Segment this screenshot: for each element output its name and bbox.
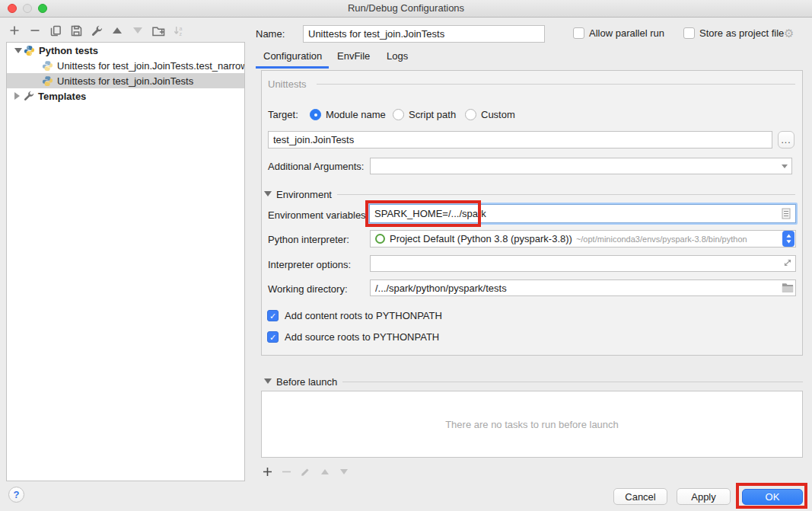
target-label: Target: [268, 109, 298, 121]
before-launch-task-list: There are no tasks to run before launch [261, 391, 803, 458]
before-launch-section-title: Before launch [276, 376, 337, 388]
browse-button[interactable]: ... [778, 131, 794, 149]
add-task-icon[interactable] [262, 466, 273, 477]
tree-item-label: Templates [38, 91, 86, 102]
gear-icon[interactable]: ⚙ [784, 27, 794, 39]
group-divider [317, 84, 795, 85]
tree-item-test-narrow[interactable]: Unittests for test_join.JoinTests.test_n… [7, 58, 244, 73]
add-icon[interactable] [8, 24, 21, 37]
move-task-down-icon [338, 466, 349, 477]
tab-configuration[interactable]: Configuration [263, 50, 322, 65]
python-interpreter-label: Python interpreter: [268, 234, 349, 246]
remove-icon[interactable] [28, 24, 42, 37]
working-directory-input[interactable] [370, 279, 796, 296]
window-title: Run/Debug Configurations [0, 2, 812, 14]
cancel-button[interactable]: Cancel [613, 488, 667, 505]
tree-item-label: Unittests for test_join.JoinTests [57, 75, 193, 87]
target-module-name-radio[interactable] [310, 109, 321, 120]
new-folder-icon[interactable] [151, 24, 165, 37]
tree-item-templates[interactable]: Templates [7, 88, 244, 104]
expand-collapse-icon[interactable] [14, 92, 24, 100]
environment-section-title: Environment [276, 189, 332, 201]
store-as-project-file-label: Store as project file [699, 27, 784, 40]
target-custom-radio[interactable] [465, 109, 476, 120]
add-content-roots-label: Add content roots to PYTHONPATH [285, 310, 442, 322]
additional-arguments-input[interactable] [370, 158, 792, 174]
wrench-icon [24, 91, 34, 101]
target-custom-label: Custom [481, 109, 515, 121]
working-directory-label: Working directory: [268, 283, 348, 295]
add-source-roots-label: Add source roots to PYTHONPATH [285, 331, 439, 343]
python-interpreter-select[interactable]: Project Default (Python 3.8 (pyspark-3.8… [370, 230, 796, 248]
add-source-roots-checkbox[interactable]: ✓ [267, 331, 279, 343]
section-divider [337, 194, 795, 195]
configurations-tree: Python tests Unittests for test_join.Joi… [6, 42, 245, 481]
chevron-down-icon[interactable] [782, 164, 788, 168]
sort-alphabetically-icon: az [172, 24, 186, 37]
python-icon [24, 45, 35, 56]
environment-variables-input[interactable] [369, 204, 796, 223]
module-name-input[interactable] [268, 131, 772, 149]
copy-icon[interactable] [49, 24, 62, 37]
store-as-project-file-checkbox[interactable] [683, 27, 695, 39]
help-button[interactable]: ? [8, 487, 24, 503]
move-up-icon[interactable] [110, 24, 124, 37]
configurations-toolbar: az [8, 23, 186, 38]
add-content-roots-checkbox[interactable]: ✓ [267, 310, 279, 321]
tab-logs[interactable]: Logs [387, 50, 408, 65]
python-interpreter-path: ~/opt/miniconda3/envs/pyspark-3.8/bin/py… [576, 235, 747, 244]
select-stepper-icon[interactable] [782, 231, 794, 247]
remove-task-icon [281, 466, 292, 477]
before-launch-collapse-icon[interactable] [264, 378, 272, 384]
section-divider [342, 382, 803, 382]
environment-collapse-icon[interactable] [264, 191, 272, 196]
target-module-name-label: Module name [326, 109, 386, 121]
list-icon[interactable] [782, 208, 791, 219]
active-tab-indicator [256, 66, 329, 69]
python-icon [42, 60, 53, 72]
move-task-up-icon [319, 466, 330, 477]
environment-variables-label: Environment variables: [268, 209, 368, 222]
expand-collapse-icon[interactable] [14, 48, 24, 53]
folder-icon[interactable] [782, 283, 794, 292]
save-icon[interactable] [69, 24, 83, 37]
before-launch-empty-message: There are no tasks to run before launch [445, 419, 619, 430]
move-down-icon[interactable] [131, 24, 145, 37]
target-script-path-radio[interactable] [393, 109, 404, 120]
python-interpreter-value: Project Default (Python 3.8 (pyspark-3.8… [390, 233, 572, 244]
before-launch-toolbar [262, 466, 349, 477]
apply-button[interactable]: Apply [677, 488, 731, 505]
unittests-group-title: Unittests [268, 78, 307, 91]
python-icon [42, 75, 53, 87]
interpreter-options-label: Interpreter options: [268, 259, 351, 271]
wrench-icon[interactable] [90, 24, 103, 37]
run-debug-configurations-dialog: Run/Debug Configurations az Python tests… [0, 0, 812, 511]
tree-item-label: Python tests [39, 45, 98, 56]
edit-task-icon [300, 466, 311, 477]
name-label: Name: [256, 28, 285, 40]
target-script-path-label: Script path [409, 109, 456, 121]
tree-item-python-tests[interactable]: Python tests [7, 43, 244, 58]
expand-field-icon[interactable] [783, 258, 792, 267]
tree-item-jointests-selected[interactable]: Unittests for test_join.JoinTests [7, 73, 244, 88]
svg-text:z: z [179, 31, 182, 37]
conda-env-icon [375, 234, 385, 244]
name-input[interactable] [303, 25, 545, 43]
tree-item-label: Unittests for test_join.JoinTests.test_n… [57, 60, 244, 72]
tab-envfile[interactable]: EnvFile [337, 50, 370, 65]
interpreter-options-input[interactable] [370, 255, 796, 272]
titlebar: Run/Debug Configurations [0, 0, 812, 18]
allow-parallel-run-checkbox[interactable] [573, 27, 584, 39]
svg-text:a: a [179, 25, 182, 30]
additional-arguments-label: Additional Arguments: [268, 161, 364, 173]
allow-parallel-run-label: Allow parallel run [589, 27, 664, 40]
ok-button[interactable]: OK [742, 489, 803, 505]
